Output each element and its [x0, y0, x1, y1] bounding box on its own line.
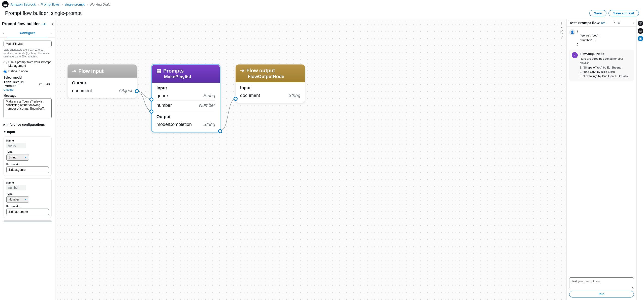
- collapse-sidebar-button[interactable]: ‹: [52, 22, 53, 26]
- breadcrumb-flow[interactable]: single-prompt: [65, 3, 85, 6]
- input-type-label: Type: [6, 150, 49, 153]
- hamburger-icon: [4, 4, 7, 5]
- save-button[interactable]: Save: [589, 10, 606, 16]
- copy-icon[interactable]: ⧉: [618, 21, 620, 25]
- output-section-label: Output: [156, 114, 215, 119]
- info-link[interactable]: Info: [42, 23, 46, 26]
- test-panel-title: Test Prompt flow: [569, 21, 600, 25]
- bot-avatar-icon: ✦: [572, 52, 578, 58]
- input-name-value: genre: [6, 143, 26, 148]
- input-config-genre: Name genre Type String Expression: [4, 136, 52, 176]
- change-model-link[interactable]: Change: [4, 88, 13, 91]
- save-exit-button[interactable]: Save and exit: [608, 10, 639, 16]
- breadcrumb-root[interactable]: Amazon Bedrock: [11, 3, 36, 6]
- connection-wires: [55, 19, 566, 300]
- breadcrumb-flows[interactable]: Prompt flows: [41, 3, 59, 6]
- node-name-input[interactable]: [4, 41, 52, 47]
- chevron-right-icon: ›: [38, 3, 39, 6]
- message-label: Message: [4, 94, 52, 97]
- node-subtitle: MakePlaylist: [156, 74, 215, 80]
- bot-node-title: FlowOutputNode: [580, 52, 631, 56]
- sidebar: Prompt flow builder Info ‹ ‹ Configure ›…: [0, 19, 55, 300]
- model-odt-badge: ODT: [46, 82, 52, 85]
- document-icon: ▤: [156, 68, 161, 74]
- output-section-label: Output: [72, 81, 132, 86]
- info-link[interactable]: Info: [601, 21, 605, 24]
- message-textarea[interactable]: Make me a {{genre}} playlist consisting …: [4, 98, 52, 118]
- radio-prompt-mgmt[interactable]: Use a prompt from your Prompt Management: [4, 60, 52, 68]
- bot-message-row: ✦ FlowOutputNode Here are three pop song…: [569, 50, 634, 81]
- input-type-label: Type: [6, 192, 49, 195]
- target-rail-icon[interactable]: ◎: [638, 28, 643, 34]
- input-section-label: Input: [240, 85, 300, 90]
- bot-message: Here are three pop songs for your playli…: [580, 57, 631, 78]
- user-avatar-icon: 👤: [569, 29, 575, 35]
- input-section-label: Input: [156, 86, 215, 91]
- input-config-number: Name number Type Number Expression: [4, 178, 52, 218]
- node-title: Flow input: [78, 68, 104, 74]
- right-rail: ⓘ ◎ ▣: [636, 19, 644, 300]
- fullscreen-button[interactable]: ⛶: [559, 30, 564, 35]
- node-name-help: Valid characters are a-z, A-Z, 0-9, _ (u…: [4, 48, 52, 58]
- input-type: String: [203, 93, 215, 98]
- panel-rail-icon[interactable]: ▣: [638, 36, 643, 41]
- input-type: String: [288, 93, 300, 98]
- model-version: v1: [39, 82, 42, 85]
- triangle-down-icon: ▼: [4, 130, 6, 133]
- radio-prompt-mgmt-input[interactable]: [4, 61, 7, 64]
- test-input[interactable]: [569, 277, 634, 289]
- tab-next-button[interactable]: ›: [48, 29, 55, 37]
- input-port-genre[interactable]: [149, 97, 153, 102]
- output-name: modelCompletion: [156, 122, 192, 127]
- output-type: String: [203, 122, 215, 127]
- sidebar-scrollbar[interactable]: [4, 220, 52, 222]
- chevron-right-icon[interactable]: ›: [633, 21, 634, 25]
- output-type: Object: [119, 88, 132, 93]
- select-model-label: Select model: [4, 76, 52, 79]
- inference-config-expander[interactable]: ▶ Inference configurations: [4, 123, 52, 126]
- output-port[interactable]: [218, 129, 222, 133]
- node-flow-output[interactable]: ⇥ Flow output FlowOutputNode Input docum…: [236, 64, 305, 103]
- input-port[interactable]: [234, 97, 238, 101]
- send-icon[interactable]: ✈: [613, 21, 616, 25]
- chevron-right-icon: ›: [61, 3, 62, 6]
- input-name-label: Name: [6, 181, 49, 184]
- flow-canvas[interactable]: + − ⛶ ⤢ ⇥ Flow input Output document O: [55, 19, 566, 300]
- arrow-right-icon: ⇥: [240, 68, 244, 74]
- input-type-select[interactable]: String: [6, 154, 29, 161]
- input-name: document: [240, 93, 260, 98]
- tab-prev-button[interactable]: ‹: [0, 29, 7, 37]
- breadcrumb-current: Working Draft: [90, 3, 110, 6]
- node-prompts[interactable]: ▤ Prompts MakePlaylist Input genre Strin…: [151, 64, 220, 132]
- test-panel: Test Prompt flow Info ✈ ⧉ › 👤 { "genre":…: [566, 19, 636, 300]
- input-type-select[interactable]: Number: [6, 196, 29, 203]
- input-expr-label: Expression: [6, 163, 49, 166]
- fit-view-button[interactable]: ⤢: [559, 35, 564, 39]
- menu-button[interactable]: [2, 1, 9, 8]
- node-flow-input[interactable]: ⇥ Flow input Output document Object: [68, 64, 137, 98]
- input-expr-input[interactable]: [6, 209, 49, 215]
- input-name: number: [156, 103, 172, 108]
- radio-define-node[interactable]: Define in node: [4, 70, 52, 73]
- chevron-right-icon: ›: [87, 3, 88, 6]
- run-button[interactable]: Run: [569, 291, 634, 297]
- input-expr-label: Expression: [6, 205, 49, 208]
- arrow-right-icon: ⇥: [72, 68, 76, 74]
- input-section-expander[interactable]: ▼ Input: [4, 130, 52, 134]
- page-header: Prompt flow builder: single-prompt Save …: [0, 9, 644, 19]
- page-title: Prompt flow builder: single-prompt: [5, 10, 81, 16]
- user-message-row: 👤 { "genre": "pop", "number": 3 }: [569, 29, 634, 47]
- tab-configure[interactable]: Configure: [7, 29, 48, 37]
- node-title: Prompts: [163, 68, 184, 74]
- input-port-number[interactable]: [149, 110, 153, 114]
- info-rail-icon[interactable]: ⓘ: [638, 21, 643, 26]
- triangle-right-icon: ▶: [4, 123, 6, 126]
- input-expr-input[interactable]: [6, 166, 49, 173]
- zoom-out-button[interactable]: −: [559, 26, 564, 30]
- sidebar-title: Prompt flow builder: [2, 22, 40, 26]
- breadcrumb: Amazon Bedrock › Prompt flows › single-p…: [0, 0, 644, 9]
- radio-define-node-input[interactable]: [4, 70, 7, 73]
- output-name: document: [72, 88, 92, 93]
- zoom-in-button[interactable]: +: [559, 21, 564, 26]
- output-port[interactable]: [135, 89, 139, 93]
